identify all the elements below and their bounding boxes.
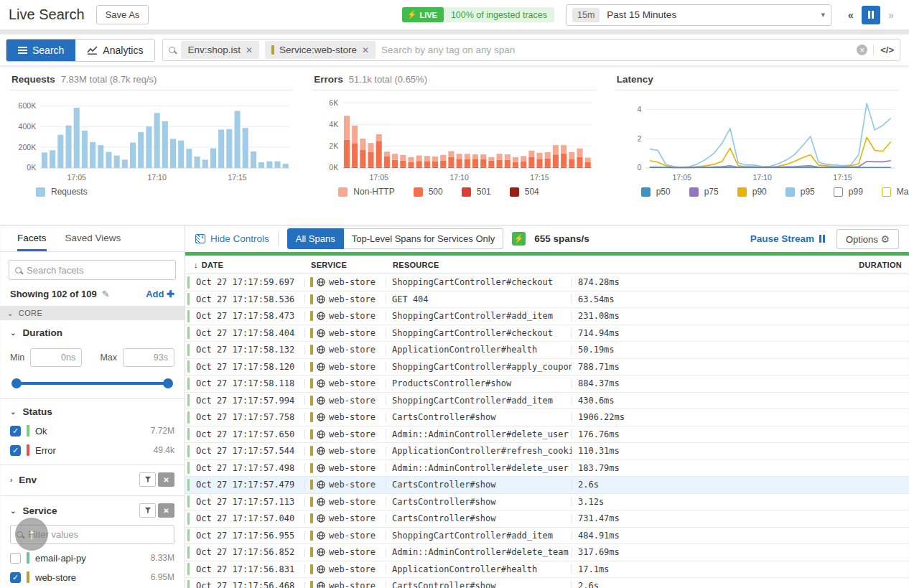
duration-slider[interactable] [11, 378, 173, 388]
table-row[interactable]: Oct 27 17:17:56.831 web-store Applicatio… [185, 561, 909, 579]
facet-search[interactable] [9, 260, 176, 280]
filter-pill-service[interactable]: Service:web-store ✕ [265, 41, 376, 59]
service-item-web-store[interactable]: web-store 6.95M [10, 571, 174, 583]
slider-handle-min[interactable] [11, 378, 22, 388]
legend-item[interactable]: p90 [737, 187, 767, 197]
scrub-forward-button[interactable]: » [882, 6, 900, 24]
column-date[interactable]: ↓ DATE [185, 261, 311, 269]
svg-text:17:05: 17:05 [370, 173, 389, 182]
save-as-button[interactable]: Save As [96, 5, 149, 24]
table-row[interactable]: Oct 27 17:17:56.468 web-store CartsContr… [185, 578, 909, 588]
pause-stream-button[interactable]: Pause Stream [750, 233, 825, 244]
service-color-bar [271, 45, 274, 55]
filter-pill-env[interactable]: Env:shop.ist ✕ [181, 41, 259, 59]
options-button[interactable]: Options ⚙ [836, 229, 899, 249]
remove-pill-icon[interactable]: ✕ [362, 45, 369, 55]
table-row[interactable]: Oct 27 17:17:57.994 web-store ShoppingCa… [185, 393, 909, 410]
search-icon [15, 267, 22, 274]
column-duration[interactable]: DURATION [787, 261, 909, 269]
table-row[interactable]: Oct 27 17:17:56.852 web-store Admin::Adm… [185, 544, 909, 561]
table-row[interactable]: Oct 27 17:17:58.473 web-store ShoppingCa… [185, 308, 909, 325]
span-resource: CartsController#show [386, 581, 572, 588]
table-row[interactable]: Oct 27 17:17:58.132 web-store Applicatio… [185, 342, 909, 359]
span-service: web-store [305, 564, 386, 574]
pause-live-button[interactable] [862, 6, 880, 24]
tab-facets[interactable]: Facets [17, 233, 47, 251]
duration-min-input[interactable] [30, 348, 82, 367]
globe-icon [317, 480, 325, 489]
legend-item[interactable]: p75 [689, 187, 719, 197]
service-item-email-api-py[interactable]: email-api-py 8.33M [10, 552, 174, 564]
tab-saved-views[interactable]: Saved Views [65, 233, 121, 251]
table-row[interactable]: Oct 27 17:17:57.498 web-store Admin::Adm… [185, 460, 909, 477]
top-level-spans-button[interactable]: Top-Level Spans for Services Only [344, 228, 503, 249]
time-range-picker[interactable]: 15m Past 15 Minutes ▾ [566, 4, 831, 26]
latency-chart-plot[interactable]: 02417:0517:1017:15 [615, 93, 899, 185]
table-row[interactable]: Oct 27 17:17:59.697 web-store ShoppingCa… [185, 274, 909, 291]
service-filter-button[interactable] [139, 503, 156, 518]
legend-item[interactable]: p50 [641, 187, 671, 197]
requests-chart-plot[interactable]: 0K200K400K600K17:0517:1017:15 [10, 93, 294, 185]
facet-env: › Env ✕ [0, 465, 185, 496]
chart-title: Latency [617, 74, 653, 85]
legend-item[interactable]: p95 [786, 187, 815, 197]
edit-facets-icon[interactable]: ✎ [102, 289, 110, 299]
span-resource: CartsController#show [386, 497, 572, 507]
legend-item[interactable]: 504 [510, 187, 539, 197]
duration-max-input[interactable] [123, 348, 174, 367]
span-service: web-store [305, 378, 386, 388]
legend-item[interactable]: Requests [36, 187, 88, 197]
service-filter-input[interactable] [28, 529, 168, 540]
checkbox[interactable] [10, 553, 21, 564]
table-row[interactable]: Oct 27 17:17:58.120 web-store ShoppingCa… [185, 359, 909, 376]
status-header[interactable]: ⌄ Status [10, 406, 174, 417]
table-row[interactable]: Oct 27 17:17:57.113 web-store CartsContr… [185, 494, 909, 511]
checkbox[interactable] [10, 445, 21, 456]
legend-item[interactable]: p99 [834, 187, 863, 197]
table-row[interactable]: Oct 27 17:17:57.758 web-store CartsContr… [185, 409, 909, 426]
remove-pill-icon[interactable]: ✕ [246, 45, 253, 55]
clear-search-icon[interactable]: ✕ [857, 45, 867, 55]
table-row[interactable]: Oct 27 17:17:57.479 web-store CartsContr… [185, 477, 909, 494]
table-row[interactable]: Oct 27 17:17:58.118 web-store ProductsCo… [185, 375, 909, 393]
env-filter-button[interactable] [139, 472, 156, 487]
hide-controls-button[interactable]: Hide Controls [195, 233, 269, 244]
column-service[interactable]: SERVICE [311, 261, 393, 269]
legend-item[interactable]: 501 [462, 187, 491, 197]
code-query-icon[interactable]: </> [873, 45, 894, 55]
table-row[interactable]: Oct 27 17:17:57.040 web-store CartsContr… [185, 510, 909, 528]
service-clear-button[interactable]: ✕ [158, 503, 174, 518]
status-item-error[interactable]: Error 49.4k [10, 444, 174, 456]
legend-item[interactable]: Non-HTTP [338, 187, 394, 197]
table-row[interactable]: Oct 27 17:17:57.650 web-store Admin::Adm… [185, 426, 909, 444]
span-search-bar[interactable]: Env:shop.ist ✕ Service:web-store ✕ ✕ </> [162, 39, 900, 61]
search-input[interactable] [381, 45, 851, 55]
service-header[interactable]: ⌄ Service ✕ [10, 503, 174, 518]
env-clear-button[interactable]: ✕ [158, 472, 174, 487]
charts-row: Requests 7.83M total (8.7k req/s) 0K200K… [0, 65, 909, 225]
tab-search[interactable]: Search [6, 39, 75, 61]
spans-rate: 655 spans/s [534, 233, 589, 244]
slider-handle-max[interactable] [163, 378, 173, 388]
duration-header[interactable]: ⌄ Duration [10, 327, 174, 338]
all-spans-button[interactable]: All Spans [287, 228, 344, 249]
scrub-back-button[interactable]: « [842, 6, 860, 24]
table-row[interactable]: Oct 27 17:17:58.404 web-store ShoppingCa… [185, 325, 909, 342]
table-row[interactable]: Oct 27 17:17:58.536 web-store GET 404 63… [185, 291, 909, 309]
table-row[interactable]: Oct 27 17:17:56.955 web-store ShoppingCa… [185, 528, 909, 545]
status-item-ok[interactable]: Ok 7.72M [10, 425, 174, 437]
service-filter-input-wrap[interactable]: ↑ [10, 525, 174, 544]
table-row[interactable]: Oct 27 17:17:57.544 web-store Applicatio… [185, 443, 909, 460]
checkbox[interactable] [10, 572, 21, 583]
legend-item[interactable]: 500 [414, 187, 443, 197]
env-header[interactable]: › Env ✕ [10, 472, 174, 487]
column-resource[interactable]: RESOURCE [393, 261, 787, 269]
add-facet-button[interactable]: Add ✚ [146, 289, 174, 299]
legend-item[interactable]: Max [882, 187, 909, 197]
tab-analytics[interactable]: Analytics [75, 39, 154, 61]
core-group-header[interactable]: ⌄ CORE [0, 306, 185, 320]
checkbox[interactable] [10, 426, 21, 437]
facet-search-input[interactable] [27, 265, 169, 276]
requests-legend: Requests [10, 187, 294, 197]
errors-chart-plot[interactable]: 0K2K4K6K17:0517:1017:15 [312, 93, 596, 185]
